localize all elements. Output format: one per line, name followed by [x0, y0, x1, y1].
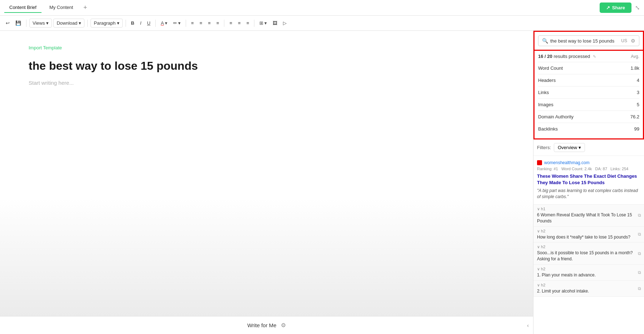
headers-label: Headers	[538, 78, 556, 83]
italic-button[interactable]: I	[138, 19, 143, 27]
results-processed-label: 16 / 20 results processed ✎	[538, 54, 596, 59]
header-tag-h2-2: ∨ h2	[537, 267, 640, 271]
header-text-h1: 6 Women Reveal Exactly What It Took To L…	[537, 212, 640, 224]
write-for-me-button[interactable]: Write for Me	[247, 322, 276, 328]
copy-icon[interactable]: ⧉	[638, 286, 641, 291]
header-item-h2-3: ∨ h2 2. Limit your alcohol intake. ⧉	[533, 281, 644, 297]
views-dropdown[interactable]: Views ▾	[29, 19, 52, 28]
tab-add-button[interactable]: +	[81, 4, 89, 12]
toolbar-separator-3	[126, 20, 126, 27]
header-item-h2-1: ∨ h2 Sooo...is it possible to lose 15 po…	[533, 242, 644, 265]
images-row: Images 5	[538, 99, 639, 111]
editor-inner[interactable]: Import Template the best way to lose 15 …	[0, 31, 533, 334]
document-title[interactable]: the best way to lose 15 pounds	[29, 59, 504, 73]
source-favicon	[537, 160, 542, 165]
backlinks-label: Backlinks	[538, 126, 558, 132]
align-left-button[interactable]: ≡	[189, 19, 196, 27]
chevron-down-icon: ▾	[579, 145, 581, 150]
header-item-h1: ∨ h1 6 Women Reveal Exactly What It Took…	[533, 205, 644, 227]
search-locale: US	[621, 38, 627, 43]
filters-row: Filters: Overview ▾	[533, 139, 644, 156]
links-row: Links 3	[538, 87, 639, 99]
expand-icon[interactable]: ⤡	[635, 4, 640, 11]
word-count-row: Word Count 1.8k	[538, 62, 639, 74]
edit-results-icon[interactable]: ✎	[593, 54, 596, 59]
main-layout: Import Template the best way to lose 15 …	[0, 31, 644, 334]
align-right-button[interactable]: ≡	[206, 19, 213, 27]
overview-filter-dropdown[interactable]: Overview ▾	[554, 143, 585, 152]
toolbar-separator-1	[26, 20, 26, 27]
write-bar: Write for Me ⚙ ‹	[0, 316, 533, 334]
domain-authority-label: Domain Authority	[538, 114, 574, 119]
search-icon: 🔍	[542, 38, 548, 44]
import-template-link[interactable]: Import Template	[29, 45, 504, 50]
header-text-h2-1: Sooo...is it possible to lose 15 pounds …	[537, 250, 640, 262]
header-text-h2-0: How long does it *really* take to lose 1…	[537, 234, 640, 240]
unordered-list-button[interactable]: ≡	[227, 19, 234, 27]
result-meta: Ranking: #1 Word Count: 2.4k DA: 87 Link…	[537, 167, 640, 171]
align-justify-button[interactable]: ≡	[214, 19, 221, 27]
right-panel: 🔍 US ⚙ 16 / 20 results processed ✎ Avg. …	[533, 31, 644, 334]
toolbar: ↩ 💾 Views ▾ Download ▾ Paragraph ▾ B I U…	[0, 16, 644, 31]
save-button[interactable]: 💾	[13, 19, 23, 27]
domain-authority-row: Domain Authority 76.2	[538, 111, 639, 123]
settings-gear-icon[interactable]: ⚙	[281, 322, 286, 329]
share-icon: ↗	[606, 5, 610, 10]
toolbar-separator-4	[155, 20, 156, 27]
undo-button[interactable]: ↩	[4, 19, 12, 27]
download-dropdown[interactable]: Download ▾	[53, 19, 84, 28]
tab-my-content[interactable]: My Content	[44, 3, 78, 13]
chevron-down-icon: ▾	[165, 20, 167, 26]
indent-button[interactable]: ≡	[244, 19, 252, 27]
image-button[interactable]: 🖼	[270, 19, 279, 27]
collapse-panel-button[interactable]: ‹	[527, 323, 529, 328]
links-label: Links	[538, 90, 549, 95]
editor-placeholder: Start writing here...	[29, 80, 504, 86]
word-count-value: 1.8k	[630, 65, 639, 71]
results-processed-row: 16 / 20 results processed ✎ Avg.	[538, 51, 639, 62]
header-tag-h1: ∨ h1	[537, 207, 640, 211]
copy-icon[interactable]: ⧉	[638, 270, 641, 275]
header-item-h2-0: ∨ h2 How long does it *really* take to l…	[533, 227, 644, 243]
results-list: womenshealthmag.com Ranking: #1 Word Cou…	[533, 156, 644, 334]
highlight-button[interactable]: ✏ ▾	[171, 19, 183, 27]
result-source: womenshealthmag.com	[537, 160, 640, 165]
links-value: 3	[637, 90, 639, 95]
share-button[interactable]: ↗ Share	[600, 3, 631, 13]
align-center-button[interactable]: ≡	[197, 19, 205, 27]
underline-button[interactable]: U	[145, 19, 152, 27]
copy-icon[interactable]: ⧉	[638, 232, 641, 237]
media-button[interactable]: ▷	[281, 19, 289, 27]
header-item-h2-2: ∨ h2 1. Plan your meals in advance. ⧉	[533, 265, 644, 281]
toolbar-separator-2	[87, 20, 88, 27]
header-text-h2-2: 1. Plan your meals in advance.	[537, 272, 640, 278]
toolbar-separator-7	[254, 20, 254, 27]
images-label: Images	[538, 102, 553, 107]
chevron-down-icon: ▾	[46, 20, 49, 26]
domain-authority-value: 76.2	[630, 114, 639, 119]
stats-area: 16 / 20 results processed ✎ Avg. Word Co…	[533, 51, 644, 139]
toolbar-separator-6	[224, 20, 224, 27]
source-link[interactable]: womenshealthmag.com	[544, 160, 590, 165]
font-color-button[interactable]: A ▾	[158, 19, 170, 27]
paragraph-dropdown[interactable]: Paragraph ▾	[91, 19, 123, 28]
chevron-down-icon: ▾	[79, 20, 81, 26]
copy-icon[interactable]: ⧉	[638, 251, 641, 256]
result-item: womenshealthmag.com Ranking: #1 Word Cou…	[533, 156, 644, 205]
ordered-list-button[interactable]: ≡	[236, 19, 243, 27]
backlinks-row: Backlinks 99	[538, 123, 639, 135]
search-input[interactable]	[550, 38, 619, 44]
search-settings-icon[interactable]: ⚙	[631, 38, 635, 44]
filters-label: Filters:	[537, 145, 551, 150]
tab-bar-right: ↗ Share ⤡	[600, 3, 640, 13]
images-value: 5	[637, 102, 639, 107]
chevron-down-icon: ▾	[117, 20, 119, 26]
table-button[interactable]: ⊞ ▾	[257, 19, 269, 27]
headers-row: Headers 4	[538, 74, 639, 87]
result-title[interactable]: These Women Share The Exact Diet Changes…	[537, 173, 640, 186]
bold-button[interactable]: B	[129, 19, 136, 27]
word-count-label: Word Count	[538, 65, 563, 71]
header-text-h2-3: 2. Limit your alcohol intake.	[537, 288, 640, 294]
tab-content-brief[interactable]: Content Brief	[4, 3, 42, 13]
copy-icon[interactable]: ⧉	[638, 213, 641, 218]
